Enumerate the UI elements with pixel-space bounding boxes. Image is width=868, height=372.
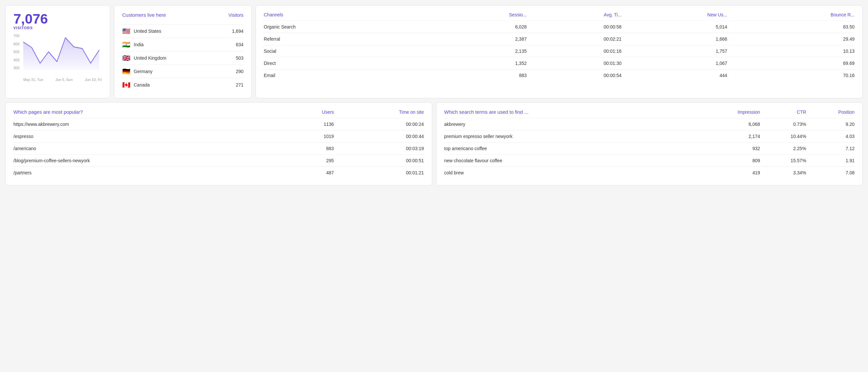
country-name: India xyxy=(134,42,144,47)
newusers-value: 444 xyxy=(622,69,727,82)
customers-header: Customers live here Visitors xyxy=(122,12,244,20)
channel-name: Social xyxy=(264,45,433,57)
page-users: 487 xyxy=(290,167,334,179)
top-row: 7,076 VISITORS 700 600 500 400 300 xyxy=(5,5,863,98)
bounce-value: 29.49 xyxy=(727,33,855,45)
search-col-impression: Impression xyxy=(694,109,760,118)
list-item: 🇩🇪 Germany 290 xyxy=(122,65,244,78)
search-term: premium espresso seller newyork xyxy=(444,130,694,143)
dashboard: 7,076 VISITORS 700 600 500 400 300 xyxy=(5,5,863,186)
newusers-value: 1,067 xyxy=(622,57,727,69)
customers-title: Customers live here xyxy=(122,12,166,18)
ctr-value: 0.73% xyxy=(760,118,806,130)
search-term: akbrewery xyxy=(444,118,694,130)
ctr-value: 15.57% xyxy=(760,155,806,167)
sessions-value: 6,028 xyxy=(433,21,527,33)
page-url: https://www.akbrewery.com xyxy=(13,118,290,130)
sessions-value: 1,352 xyxy=(433,57,527,69)
flag-de: 🇩🇪 xyxy=(122,68,130,75)
visitors-value: 503 xyxy=(236,55,244,61)
page-url: /blog/premium-coffee-sellers-newyork xyxy=(13,155,290,167)
table-row: top americano coffee 932 2.25% 7.12 xyxy=(444,143,855,155)
flag-ca: 🇨🇦 xyxy=(122,82,130,88)
table-row: premium espresso seller newyork 2,174 10… xyxy=(444,130,855,143)
page-time: 00:00:24 xyxy=(334,118,424,130)
sessions-value: 2,135 xyxy=(433,45,527,57)
list-item: 🇬🇧 United Kingdom 503 xyxy=(122,51,244,65)
ctr-value: 10.44% xyxy=(760,130,806,143)
pages-col-page: Which pages are most popular? xyxy=(13,109,290,118)
bounce-value: 10.13 xyxy=(727,45,855,57)
channels-table: Channels Sessio... Avg. Ti... New Us... … xyxy=(264,12,855,81)
sessions-value: 883 xyxy=(433,69,527,82)
bounce-value: 69.69 xyxy=(727,57,855,69)
visitors-card: 7,076 VISITORS 700 600 500 400 300 xyxy=(5,5,110,98)
bounce-value: 83.50 xyxy=(727,21,855,33)
list-item: 🇮🇳 India 634 xyxy=(122,38,244,51)
position-value: 7.12 xyxy=(806,143,855,155)
page-users: 295 xyxy=(290,155,334,167)
table-row: /espresso 1019 00:00:44 xyxy=(13,130,424,143)
visitors-value: 290 xyxy=(236,69,244,74)
flag-in: 🇮🇳 xyxy=(122,41,130,48)
search-col-ctr: CTR xyxy=(760,109,806,118)
search-term: new chocolate flavour coffee xyxy=(444,155,694,167)
table-row: new chocolate flavour coffee 809 15.57% … xyxy=(444,155,855,167)
search-card: Which search terms are used to find ... … xyxy=(436,102,863,186)
table-row: cold brew 419 3.34% 7.08 xyxy=(444,167,855,179)
visitors-chart: 700 600 500 400 300 xyxy=(13,34,102,76)
pages-col-users: Users xyxy=(290,109,334,118)
newusers-value: 1,757 xyxy=(622,45,727,57)
impression-value: 932 xyxy=(694,143,760,155)
table-row: /blog/premium-coffee-sellers-newyork 295… xyxy=(13,155,424,167)
pages-card: Which pages are most popular? Users Time… xyxy=(5,102,432,186)
channels-col-avgtime: Avg. Ti... xyxy=(527,12,622,21)
channel-name: Email xyxy=(264,69,433,82)
chart-y-labels: 700 600 500 400 300 xyxy=(13,34,19,76)
impression-value: 6,068 xyxy=(694,118,760,130)
page-url: /americano xyxy=(13,143,290,155)
list-item: 🇨🇦 Canada 271 xyxy=(122,78,244,91)
visitors-value: 271 xyxy=(236,82,244,88)
page-time: 00:00:44 xyxy=(334,130,424,143)
table-row: /partners 487 00:01:21 xyxy=(13,167,424,179)
customers-card: Customers live here Visitors 🇺🇸 United S… xyxy=(114,5,252,98)
pages-table: Which pages are most popular? Users Time… xyxy=(13,109,424,179)
sessions-value: 2,387 xyxy=(433,33,527,45)
visitors-value: 1,694 xyxy=(232,29,244,34)
country-name: United Kingdom xyxy=(134,55,166,61)
table-row: Referral 2,387 00:02:21 1,666 29.49 xyxy=(264,33,855,45)
list-item: 🇺🇸 United States 1,694 xyxy=(122,24,244,38)
page-time: 00:03:19 xyxy=(334,143,424,155)
customers-rows: 🇺🇸 United States 1,694 🇮🇳 India 634 🇬🇧 xyxy=(122,24,244,91)
table-row: https://www.akbrewery.com 1136 00:00:24 xyxy=(13,118,424,130)
position-value: 9.20 xyxy=(806,118,855,130)
page-users: 1019 xyxy=(290,130,334,143)
page-url: /espresso xyxy=(13,130,290,143)
avgtime-value: 00:01:30 xyxy=(527,57,622,69)
table-row: Social 2,135 00:01:16 1,757 10.13 xyxy=(264,45,855,57)
page-time: 00:00:51 xyxy=(334,155,424,167)
position-value: 1.91 xyxy=(806,155,855,167)
avgtime-value: 00:00:58 xyxy=(527,21,622,33)
search-term: top americano coffee xyxy=(444,143,694,155)
flag-gb: 🇬🇧 xyxy=(122,55,130,61)
pages-col-time: Time on site xyxy=(334,109,424,118)
channels-col-channel: Channels xyxy=(264,12,433,21)
table-row: Organic Search 6,028 00:00:58 5,014 83.5… xyxy=(264,21,855,33)
bounce-value: 70.16 xyxy=(727,69,855,82)
visitors-count: 7,076 xyxy=(13,12,102,26)
channels-card: Channels Sessio... Avg. Ti... New Us... … xyxy=(256,5,863,98)
search-term: cold brew xyxy=(444,167,694,179)
search-col-position: Position xyxy=(806,109,855,118)
channel-name: Referral xyxy=(264,33,433,45)
ctr-value: 2.25% xyxy=(760,143,806,155)
channels-col-newusers: New Us... xyxy=(622,12,727,21)
country-name: Germany xyxy=(134,69,153,74)
bottom-row: Which pages are most popular? Users Time… xyxy=(5,102,863,186)
newusers-value: 1,666 xyxy=(622,33,727,45)
position-value: 4.03 xyxy=(806,130,855,143)
ctr-value: 3.34% xyxy=(760,167,806,179)
country-name: United States xyxy=(134,29,161,34)
avgtime-value: 00:02:21 xyxy=(527,33,622,45)
